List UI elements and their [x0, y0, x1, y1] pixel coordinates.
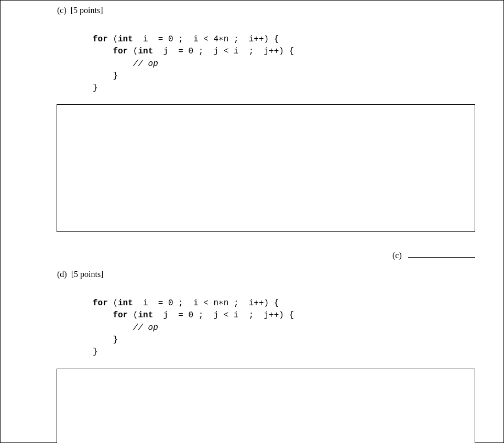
code-comment: // op	[133, 59, 158, 69]
kw-int: int	[138, 47, 153, 56]
kw-for: for	[93, 298, 108, 308]
kw-int: int	[138, 311, 153, 320]
kw-int: int	[118, 298, 133, 308]
part-d-points: [5 points]	[71, 270, 104, 279]
code-text: i = 0 ; i < n∗n ; i++) {	[133, 298, 279, 308]
code-comment: // op	[133, 323, 158, 333]
code-brace: }	[113, 335, 118, 345]
part-c-points: [5 points]	[71, 6, 103, 15]
part-c-code: for (int i = 0 ; i < 4∗n ; i++) { for (i…	[93, 21, 294, 94]
part-d-letter: (d)	[57, 270, 67, 279]
kw-for: for	[113, 311, 128, 320]
kw-for: for	[93, 35, 108, 44]
part-d-code: for (int i = 0 ; i < n∗n ; i++) { for (i…	[93, 285, 294, 358]
code-text: j = 0 ; j < i ; j++) {	[153, 311, 294, 320]
kw-int: int	[118, 35, 133, 44]
code-brace: }	[93, 83, 98, 93]
code-text: (	[128, 47, 138, 56]
exam-page: (c) [5 points] for (int i = 0 ; i < 4∗n …	[0, 0, 504, 443]
part-c-answer-box[interactable]	[57, 104, 475, 232]
part-d-label: (d) [5 points]	[57, 270, 103, 279]
code-text: (	[108, 298, 118, 308]
part-c-answer-label: (c)	[392, 251, 402, 260]
code-text: j = 0 ; j < i ; j++) {	[153, 47, 294, 56]
part-d-answer-box[interactable]	[57, 369, 475, 443]
part-c-answer-line[interactable]	[408, 257, 475, 258]
kw-for: for	[113, 47, 128, 56]
code-brace: }	[93, 347, 98, 357]
code-brace: }	[113, 71, 118, 81]
code-text: i = 0 ; i < 4∗n ; i++) {	[133, 35, 279, 44]
part-c-label: (c) [5 points]	[57, 6, 103, 15]
code-text: (	[108, 35, 118, 44]
part-c-letter: (c)	[57, 6, 67, 15]
code-text: (	[128, 311, 138, 320]
